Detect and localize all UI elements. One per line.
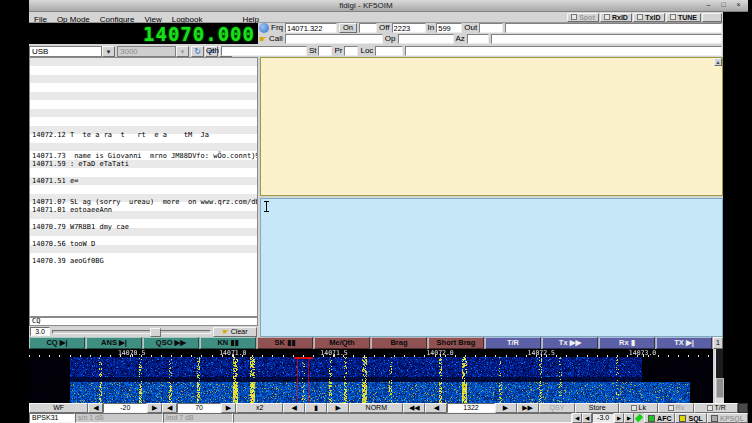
squelch-down-fast-button[interactable]: ◀ [572, 413, 582, 423]
mode-indicator[interactable]: BPSK31 [29, 413, 75, 423]
macro-bar: CQ ▶|ANS ▶|QSO ▶▶KN ▮▮SK ▮▮Me/QthBragSho… [29, 337, 723, 349]
on-time-input[interactable] [359, 23, 377, 33]
scrollbar-thumb[interactable] [716, 378, 724, 398]
st-input[interactable] [318, 46, 332, 56]
wf-control-norm[interactable]: NORM [349, 403, 403, 413]
wf-control-lk[interactable]: Lk [619, 403, 658, 413]
squelch-slider[interactable] [52, 330, 211, 334]
squelch-down-button[interactable]: ◀ [582, 413, 592, 423]
macro-button-brag[interactable]: Brag [371, 337, 427, 349]
on-button[interactable]: On [339, 23, 357, 33]
macro-button-t-r[interactable]: T/R [485, 337, 541, 349]
frq-input[interactable] [285, 23, 337, 33]
rst-in-input[interactable] [436, 23, 462, 33]
frq-label: Frq [271, 23, 283, 33]
st-label: St [309, 46, 317, 56]
wf-control-wf[interactable]: WF [29, 403, 88, 413]
wf-control-item[interactable]: ▶ [327, 403, 349, 413]
browser-line-14070.79[interactable]: 14070.79 W7R8B1 dmy cae [32, 223, 129, 231]
clear-button[interactable]: ☛ Clear [213, 327, 257, 337]
wf-control-item[interactable]: ◀ [425, 403, 447, 413]
wf-control-item[interactable]: ◀ [283, 403, 305, 413]
wf-control-70[interactable]: 70 [177, 403, 221, 413]
scroll-up-icon[interactable]: ▲ [714, 58, 722, 66]
mode-select[interactable]: USB ▼ [29, 46, 115, 57]
loc-input[interactable] [375, 46, 403, 56]
rst-out-input[interactable] [479, 23, 503, 33]
browser-line-14072.12[interactable]: 14072.12 T te a ra t rt e a tM Ja [32, 131, 209, 139]
wf-control-item[interactable]: ▶▶ [517, 403, 539, 413]
notes-input-2[interactable] [491, 34, 722, 44]
squelch-level-value: -3.0 [592, 413, 614, 423]
macro-button-tx[interactable]: Tx ▶▶ [542, 337, 598, 349]
wf-control-item[interactable]: ▶ [495, 403, 517, 413]
qrz-lookup-icon[interactable] [259, 23, 269, 33]
waterfall-scrollbar[interactable] [715, 349, 723, 403]
maximize-button[interactable]: □ [718, 1, 729, 10]
sql-toggle[interactable]: SQL [675, 413, 706, 423]
hand-pointer-icon[interactable]: ☛ [259, 34, 267, 44]
wf-control-1322[interactable]: 1322 [447, 403, 494, 413]
waterfall-display[interactable] [29, 357, 713, 403]
toolbar-blank-box [702, 13, 722, 22]
psk-browser[interactable]: 14072.12 T te a ra t rt e a tM Ja14071.7… [29, 57, 258, 317]
browser-line-14071.07[interactable]: 14071.07 SL ag (sorry ureau) more on www… [32, 198, 258, 206]
mode-select-value: USB [29, 46, 102, 57]
wf-control-item[interactable]: ▮ [305, 403, 327, 413]
wf-control-store[interactable]: Store [575, 403, 619, 413]
wf-control-item[interactable]: ▶ [147, 403, 162, 413]
macro-button-rx[interactable]: Rx ▮ [599, 337, 655, 349]
browser-line-14071.59[interactable]: 14071.59 : eTaD eTaTati [32, 160, 129, 168]
notes-input-1[interactable] [505, 23, 722, 33]
chevron-down-icon[interactable]: ▼ [102, 46, 115, 57]
tx-text-panel[interactable] [260, 198, 723, 337]
browser-line-14070.56[interactable]: 14070.56 tooW D [32, 240, 95, 248]
toggle-tune[interactable]: TUNE [666, 13, 701, 22]
close-button[interactable]: × [733, 1, 744, 10]
afc-toggle[interactable]: AFC [644, 413, 675, 423]
rsid-toggles: SpotRxIDTxIDTUNE [567, 13, 702, 22]
browser-line-14070.39[interactable]: 14070.39 aeoGf0BG [32, 257, 104, 265]
minimize-button[interactable]: – [703, 1, 714, 10]
macro-button-qso[interactable]: QSO ▶▶ [143, 337, 199, 349]
wf-control-item[interactable]: ◀◀ [403, 403, 425, 413]
notes-input-3[interactable] [405, 46, 722, 56]
off-input[interactable] [392, 23, 426, 33]
call-input[interactable] [285, 34, 383, 44]
wf-control-qsy: QSY [539, 403, 576, 413]
macro-button-short-brag[interactable]: Short Brag [428, 337, 484, 349]
qth-input[interactable] [221, 46, 307, 56]
macro-button-cq[interactable]: CQ ▶| [29, 337, 85, 349]
resize-grip[interactable] [738, 403, 748, 413]
frequency-display[interactable]: 14070.000 [29, 23, 258, 44]
macro-button-kn[interactable]: KN ▮▮ [200, 337, 256, 349]
wf-control-item[interactable]: ▶ [221, 403, 236, 413]
wf-control-t-r[interactable]: T/R [694, 403, 738, 413]
wf-control-20[interactable]: -20 [103, 403, 147, 413]
browser-line-14071.73[interactable]: 14071.73 name is Giovanni mrno JM88DVfo:… [32, 152, 258, 160]
wf-control-item[interactable]: ◀ [162, 403, 177, 413]
wf-control-x2[interactable]: x2 [236, 403, 283, 413]
call-label: Call [269, 34, 283, 44]
squelch-up-button[interactable]: ▶ [614, 413, 624, 423]
pr-input[interactable] [344, 46, 358, 56]
macro-button-tx[interactable]: TX ▶| [656, 337, 712, 349]
macro-button-ans[interactable]: ANS ▶| [86, 337, 142, 349]
header-panel: 14070.000 USB ▼ 3000 ▼ ↻ ⇄ ▤ Frq On Off … [29, 23, 723, 57]
squelch-slider-thumb[interactable] [150, 328, 161, 337]
macro-page-button[interactable]: 1 [713, 337, 723, 349]
macro-button-sk[interactable]: SK ▮▮ [257, 337, 313, 349]
toggle-txid[interactable]: TxID [633, 13, 665, 22]
az-input[interactable] [467, 34, 489, 44]
macro-button-me-qth[interactable]: Me/Qth [314, 337, 370, 349]
pr-label: Pr [334, 46, 342, 56]
toggle-rxid[interactable]: RxID [600, 13, 632, 22]
browser-line-14071.51[interactable]: 14071.51 e= [32, 177, 78, 185]
wf-control-item[interactable]: ◀ [88, 403, 103, 413]
rx-text-panel[interactable]: ▲ [260, 57, 723, 196]
op-input[interactable] [398, 34, 454, 44]
browser-line-14071.01[interactable]: 14071.01 eotoaeeAnn [32, 206, 112, 214]
status-bar: BPSK31 s/n 1 dB imd 7 dB ◀ ◀ -3.0 ▶ ▶ AF… [29, 413, 748, 423]
squelch-up-fast-button[interactable]: ▶ [624, 413, 634, 423]
refresh-icon[interactable]: ↻ [191, 46, 204, 57]
